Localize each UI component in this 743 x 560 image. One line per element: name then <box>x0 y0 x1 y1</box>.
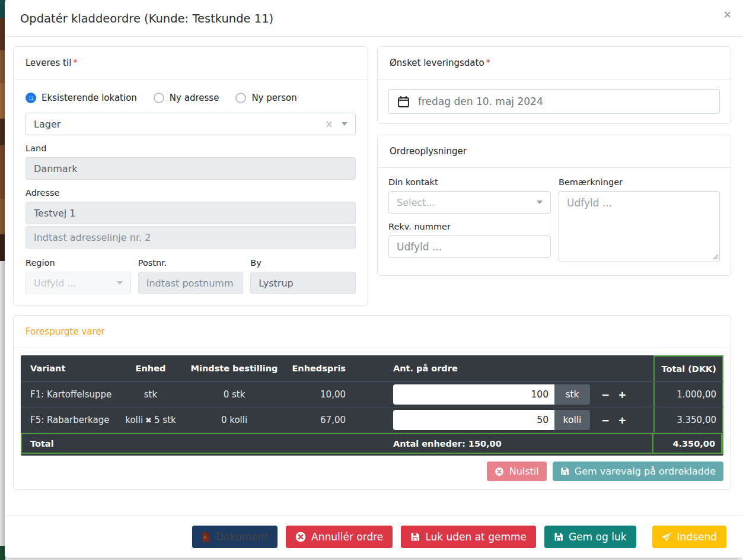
document-button[interactable]: P Dokument <box>192 526 278 548</box>
adresse-field[interactable] <box>25 202 356 224</box>
items-total-row: Total Antal enheder: 150,00 4.350,00 <box>21 433 723 454</box>
modal-title: Opdatér kladdeordre (Kunde: Testkunde 11… <box>20 12 728 26</box>
save-icon <box>554 532 563 542</box>
radio-label: Ny person <box>251 93 296 103</box>
save-item-selection-label: Gem varevalg på ordrekladde <box>575 466 716 477</box>
radio-ny-adresse[interactable]: Ny adresse <box>154 93 219 103</box>
reset-button[interactable]: Nulstil <box>487 462 547 481</box>
decrease-quantity-button[interactable]: − <box>599 414 611 427</box>
item-mindste: 0 kolli <box>187 408 282 432</box>
order-info-header: Ordreoplysninger <box>378 135 731 168</box>
deliver-to-title: Leveres til <box>25 58 71 68</box>
radio-label: Eksisterende lokation <box>42 93 137 103</box>
col-enhed: Enhed <box>114 355 187 381</box>
rekv-nummer-field[interactable] <box>388 236 551 258</box>
requested-items-title: Forespurgte varer <box>14 316 731 348</box>
item-enhedspris: 67,00 <box>282 408 363 432</box>
quantity-input[interactable] <box>393 410 554 430</box>
save-icon <box>560 467 569 476</box>
location-select[interactable]: Lager × <box>25 113 356 135</box>
radio-unselected-icon <box>235 93 246 103</box>
save-item-selection-button[interactable]: Gem varevalg på ordrekladde <box>553 462 723 481</box>
bemaerkninger-label: Bemærkninger <box>559 177 720 187</box>
clear-selection-icon[interactable]: × <box>325 118 333 130</box>
increase-quantity-button[interactable]: + <box>616 414 628 427</box>
reset-button-label: Nulstil <box>509 466 539 477</box>
submit-button[interactable]: Indsend <box>652 526 726 548</box>
bemaerkninger-textarea[interactable] <box>559 191 720 262</box>
modal-footer: P Dokument Annullér ordre Luk uden at ge… <box>5 515 743 558</box>
table-row: F5: Rabarberkage kolli✖5 stk 0 kolli 67,… <box>21 408 723 433</box>
items-table-header: Variant Enhed Mindste bestilling Enhedsp… <box>21 355 723 382</box>
update-draft-order-modal: Opdatér kladdeordre (Kunde: Testkunde 11… <box>5 0 743 558</box>
decrease-quantity-button[interactable]: − <box>599 389 611 401</box>
col-total-dkk: Total (DKK) <box>653 355 723 381</box>
din-kontakt-label: Din kontakt <box>388 177 551 187</box>
save-and-close-label: Gem og luk <box>569 531 627 543</box>
save-and-close-button[interactable]: Gem og luk <box>544 526 636 548</box>
chevron-down-icon <box>342 122 347 126</box>
order-info-card: Ordreoplysninger Din kontakt Select... R… <box>377 135 731 276</box>
rekv-nummer-label: Rekv. nummer <box>388 222 551 231</box>
item-variant: F1: Kartoffelsuppe <box>21 382 114 407</box>
cancel-order-button[interactable]: Annullér ordre <box>286 526 393 548</box>
item-total: 1.000,00 <box>653 382 723 407</box>
col-mindste-bestilling: Mindste bestilling <box>187 355 282 381</box>
calendar-icon <box>397 96 410 108</box>
item-mindste: 0 stk <box>187 382 282 407</box>
document-button-label: Dokument <box>216 531 268 543</box>
item-total: 3.350,00 <box>653 408 723 432</box>
item-variant: F5: Rabarberkage <box>21 408 114 432</box>
delivery-date-header: Ønsket leveringsdato* <box>378 47 731 79</box>
deliver-to-header: Leveres til* <box>14 47 368 79</box>
delivery-date-input[interactable]: fredag den 10. maj 2024 <box>388 89 720 114</box>
item-enhedspris: 10,00 <box>282 382 363 407</box>
circle-x-icon <box>495 467 504 476</box>
land-label: Land <box>25 144 356 153</box>
quantity-stepper: kolli − + <box>393 410 629 430</box>
save-icon <box>410 532 420 542</box>
adresse-line2-field[interactable] <box>25 226 356 249</box>
location-select-value: Lager <box>34 119 325 130</box>
cancel-order-label: Annullér ordre <box>311 531 383 543</box>
col-enhedspris: Enhedspris <box>282 355 363 381</box>
delivery-type-radio-group: Eksisterende lokation Ny adresse Ny pers… <box>25 93 356 103</box>
chevron-down-icon <box>537 201 543 204</box>
close-icon[interactable]: × <box>723 8 731 21</box>
item-enhed: stk <box>114 382 187 407</box>
pdf-file-icon: P <box>202 532 211 542</box>
required-marker: * <box>73 58 78 68</box>
postnr-label: Postnr. <box>138 258 244 268</box>
quantity-stepper: stk − + <box>393 384 629 405</box>
chevron-down-icon <box>117 281 123 285</box>
postnr-field[interactable] <box>138 272 244 294</box>
radio-selected-icon <box>25 93 36 103</box>
land-field[interactable] <box>25 157 356 180</box>
circle-x-icon <box>295 532 306 542</box>
send-icon <box>662 532 672 542</box>
region-placeholder: Udfyld ... <box>34 278 117 289</box>
quantity-unit-addon: stk <box>554 384 590 405</box>
region-label: Region <box>25 258 131 268</box>
close-without-saving-label: Luk uden at gemme <box>425 531 527 543</box>
radio-eksisterende-lokation[interactable]: Eksisterende lokation <box>25 93 137 103</box>
radio-ny-person[interactable]: Ny person <box>235 93 296 103</box>
submit-label: Indsend <box>677 531 717 543</box>
din-kontakt-select[interactable]: Select... <box>388 191 551 214</box>
total-amount: 4.350,00 <box>652 434 722 453</box>
region-select[interactable]: Udfyld ... <box>25 272 131 294</box>
by-field[interactable] <box>250 272 356 294</box>
increase-quantity-button[interactable]: + <box>616 389 628 401</box>
din-kontakt-placeholder: Select... <box>397 197 537 208</box>
col-variant: Variant <box>21 355 114 381</box>
svg-text:P: P <box>203 536 206 540</box>
quantity-input[interactable] <box>393 384 554 405</box>
delivery-date-title: Ønsket leveringsdato <box>390 58 484 68</box>
close-without-saving-button[interactable]: Luk uden at gemme <box>401 526 536 548</box>
delivery-date-card: Ønsket leveringsdato* <box>377 46 731 124</box>
items-table: Variant Enhed Mindste bestilling Enhedsp… <box>21 355 723 456</box>
deliver-to-card: Leveres til* Eksisterende lokation Ny ad… <box>13 46 368 306</box>
col-ant-paa-ordre: Ant. på ordre <box>363 355 653 381</box>
item-enhed: kolli✖5 stk <box>114 408 187 432</box>
requested-items-card: Forespurgte varer Variant Enhed Mindste … <box>13 315 731 490</box>
